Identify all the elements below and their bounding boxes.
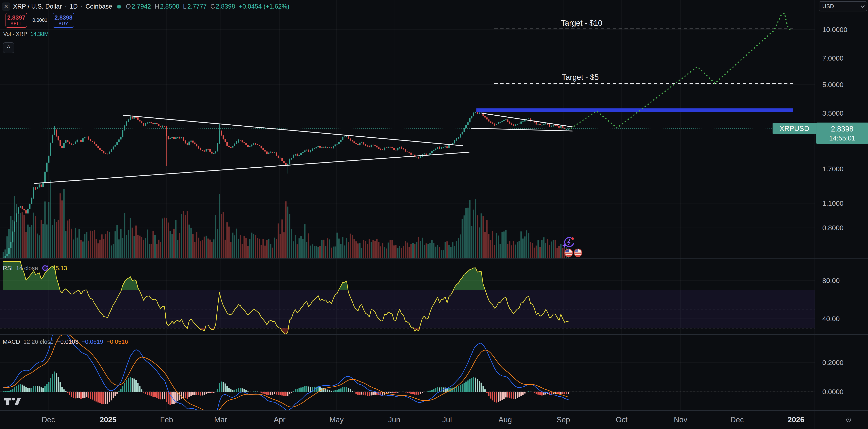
buy-button[interactable]: 2.8398 BUY (53, 13, 74, 28)
currency-selector[interactable]: USD (819, 1, 867, 11)
symbol-title[interactable]: XRP / U.S. Dollar (13, 3, 62, 10)
volume-series (3, 180, 569, 258)
time-tick-label: Jul (431, 416, 463, 424)
time-tick-label: Dec (721, 416, 753, 424)
low-value: 2.7777 (187, 3, 207, 10)
time-tick-label: Oct (605, 416, 638, 424)
target-5-label[interactable]: Target - $5 (537, 73, 623, 82)
macd-params: 12 26 close (23, 338, 54, 345)
trade-panel: 2.8397 SELL 0.0001 2.8398 BUY (5, 13, 74, 28)
sell-label: SELL (10, 21, 22, 26)
sell-price: 2.8397 (7, 14, 26, 21)
close-icon[interactable]: ✕ (2, 2, 10, 10)
separator-dot: · (81, 3, 83, 10)
rsi-band (0, 290, 815, 328)
price-tick-label: 0.0000 (822, 388, 843, 396)
time-tick-label: May (320, 416, 353, 424)
volume-value: 14.38M (30, 31, 49, 37)
gridlines (0, 0, 815, 410)
currency-value: USD (822, 3, 834, 9)
low-label: L (183, 3, 186, 10)
market-open-dot (117, 5, 121, 8)
tradingview-logo[interactable] (3, 396, 24, 406)
chart-header: ✕ XRP / U.S. Dollar · 1D · Coinbase O2.7… (2, 2, 289, 10)
us-flag-icon[interactable] (565, 249, 572, 257)
close-value: 2.8398 (216, 3, 235, 10)
chart-canvas (0, 0, 868, 429)
volume-label: Vol · XRP (3, 31, 27, 37)
high-value: 2.8500 (160, 3, 180, 10)
time-tick-label: Jun (378, 416, 410, 424)
last-price-tag: 2.8398 14:55:01 (816, 123, 868, 144)
price-tick-label: 7.0000 (822, 54, 843, 62)
pane-separators (0, 0, 868, 429)
price-tick-label: 80.00 (822, 276, 840, 285)
close-label: C (210, 3, 215, 10)
volume-legend: Vol · XRP 14.38M (3, 31, 49, 37)
macd-line-value: −0.0619 (82, 338, 103, 345)
rsi-params: 14 close (16, 265, 38, 272)
sell-button[interactable]: 2.8397 SELL (5, 13, 27, 28)
rsi-legend: RSI 14 close 45.13 (3, 264, 67, 272)
price-tick-label: 0.2000 (822, 358, 843, 367)
time-tick-label: Mar (204, 416, 237, 424)
separator-dot: · (65, 3, 67, 10)
symbol-price-tag: XRPUSD (773, 123, 816, 134)
time-tick-label: 2026 (780, 416, 812, 424)
time-tick-label: Sep (547, 416, 580, 424)
time-tick-label: Apr (263, 416, 296, 424)
price-tick-label: 40.00 (822, 314, 840, 323)
rsi-value: 45.13 (52, 265, 67, 272)
spread-value: 0.0001 (32, 17, 47, 23)
trendlines[interactable] (35, 113, 572, 183)
price-tick-label: 0.8000 (822, 223, 843, 232)
macd-signal-value: −0.0516 (106, 338, 128, 345)
macd-legend: MACD 12 26 close −0.0103 −0.0619 −0.0516 (3, 338, 128, 345)
time-tick-label: Dec (32, 416, 65, 424)
chevron-down-icon (861, 4, 865, 8)
high-label: H (155, 3, 159, 10)
price-tick-label: 5.0000 (822, 80, 843, 89)
time-tick-label: 2025 (92, 416, 124, 424)
refresh-icon[interactable] (41, 264, 49, 272)
timeframe[interactable]: 1D (69, 3, 78, 10)
bar-countdown: 14:55:01 (829, 134, 855, 142)
rsi-name: RSI (3, 265, 13, 272)
resistance-zone[interactable] (476, 108, 793, 112)
time-tick-label: Nov (664, 416, 697, 424)
macd-hist-value: −0.0103 (57, 338, 79, 345)
flash-event-icon[interactable] (562, 235, 576, 249)
macd-name: MACD (3, 338, 20, 345)
open-value: 2.7942 (131, 3, 151, 10)
time-tick-label: Feb (150, 416, 183, 424)
last-price-value: 2.8398 (831, 124, 853, 134)
price-tick-label: 1.1000 (822, 199, 843, 208)
us-event-flag-icons[interactable] (563, 248, 584, 258)
chart-window: ✕ XRP / U.S. Dollar · 1D · Coinbase O2.7… (0, 0, 868, 429)
open-label: O (126, 3, 131, 10)
price-tick-label: 1.7000 (822, 164, 843, 173)
change-value: +0.0454 (+1.62%) (239, 3, 289, 10)
us-flag-icon[interactable] (574, 249, 582, 257)
ohlc-values: O2.7942 H2.8500 L2.7777 C2.8398 +0.0454 … (126, 3, 289, 10)
exchange: Coinbase (86, 3, 112, 10)
target-10-label[interactable]: Target - $10 (539, 19, 624, 28)
price-tick-label: 10.0000 (822, 25, 847, 34)
timezone-settings-icon[interactable] (845, 417, 852, 423)
price-tick-label: 3.5000 (822, 109, 843, 118)
macd-plot (3, 324, 569, 414)
buy-label: BUY (59, 21, 68, 26)
collapse-pane-button[interactable]: ^ (3, 42, 14, 53)
time-tick-label: Aug (489, 416, 522, 424)
buy-price: 2.8398 (55, 14, 72, 21)
